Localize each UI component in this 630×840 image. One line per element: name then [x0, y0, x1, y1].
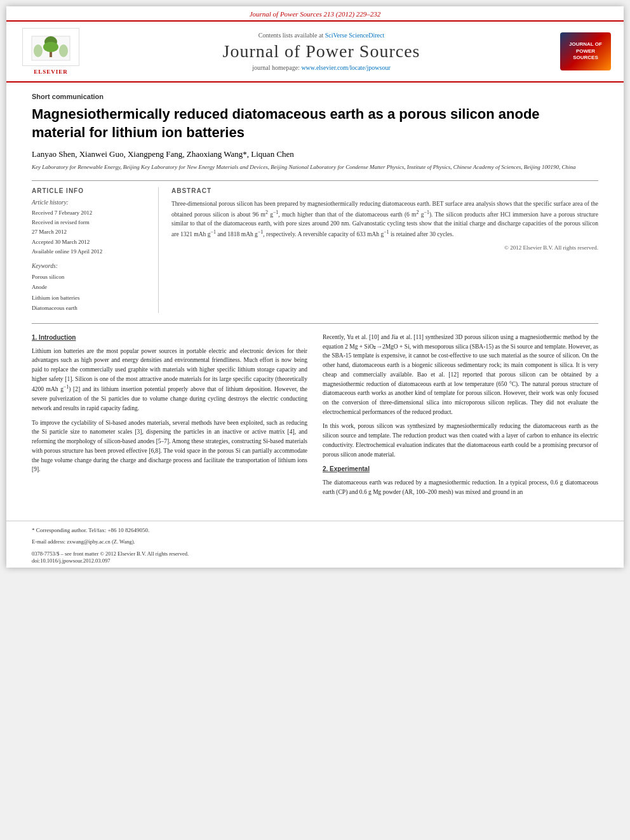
experimental-para-1: The diatomaceous earth was reduced by a …	[323, 478, 598, 497]
article-title: Magnesiothermically reduced diatomaceous…	[32, 105, 598, 142]
page-footer: * Corresponding author. Tel/fax: +86 10 …	[6, 521, 624, 568]
col-right: Recently, Yu et al. [10] and Jia et al. …	[323, 333, 598, 502]
article-dates: Received 7 February 2012 Received in rev…	[32, 208, 149, 257]
elsevier-logo: ELSEVIER	[19, 28, 83, 75]
journal-url[interactable]: www.elsevier.com/locate/jpowsour	[301, 64, 390, 71]
journal-title: Journal of Power Sources	[83, 41, 560, 62]
keywords-label: Keywords:	[32, 263, 149, 269]
authors: Lanyao Shen, Xianwei Guo, Xiangpeng Fang…	[32, 149, 598, 159]
keywords-list: Porous silicon Anode Lithium ion batteri…	[32, 272, 149, 313]
email-note: E-mail address: zxwang@iphy.ac.cn (Z. Wa…	[32, 538, 598, 546]
article-content: Short communication Magnesiothermically …	[6, 83, 624, 514]
page: Journal of Power Sources 213 (2012) 229–…	[6, 6, 624, 568]
body-divider	[32, 323, 598, 324]
journal-homepage: journal homepage: www.elsevier.com/locat…	[83, 64, 560, 71]
elsevier-brand-text: ELSEVIER	[34, 69, 68, 75]
experimental-heading: 2. Experimental	[323, 464, 598, 474]
elsevier-image	[22, 28, 79, 66]
intro-para-2: To improve the cyclability of Si-based a…	[32, 418, 307, 474]
two-col-body: 1. Introduction Lithium ion batteries ar…	[32, 333, 598, 502]
sciverse-line: Contents lists available at SciVerse Sci…	[83, 32, 560, 39]
intro-heading: 1. Introduction	[32, 333, 307, 343]
right-para-2: In this work, porous silicon was synthes…	[323, 422, 598, 459]
right-para-1: Recently, Yu et al. [10] and Jia et al. …	[323, 333, 598, 417]
svg-point-4	[43, 42, 58, 52]
corresponding-note: * Corresponding author. Tel/fax: +86 10 …	[32, 526, 598, 535]
col-left: 1. Introduction Lithium ion batteries ar…	[32, 333, 307, 502]
affiliation: Key Laboratory for Renewable Energy, Bei…	[32, 163, 598, 171]
abstract-section: ABSTRACT Three-dimensional porous silico…	[171, 187, 598, 313]
journal-citation: Journal of Power Sources 213 (2012) 229–…	[250, 10, 381, 18]
info-abstract-row: ARTICLE INFO Article history: Received 7…	[32, 180, 598, 313]
article-history-label: Article history:	[32, 199, 149, 206]
article-info: ARTICLE INFO Article history: Received 7…	[32, 187, 159, 313]
abstract-title: ABSTRACT	[171, 187, 598, 194]
journal-logo-right: JOURNAL OF POWER SOURCES	[560, 32, 611, 70]
article-type-label: Short communication	[32, 93, 598, 100]
journal-header: ELSEVIER Contents lists available at Sci…	[6, 22, 624, 83]
svg-point-1	[34, 44, 43, 57]
journal-center: Contents lists available at SciVerse Sci…	[83, 32, 560, 71]
issn-line: 0378-7753/$ – see front matter © 2012 El…	[32, 550, 598, 558]
svg-point-5	[59, 44, 68, 57]
abstract-text: Three-dimensional porous silicon has bee…	[171, 199, 598, 239]
doi-line: doi:10.1016/j.jpowsour.2012.03.097	[32, 557, 598, 564]
article-info-title: ARTICLE INFO	[32, 187, 149, 194]
sciverse-link[interactable]: SciVerse ScienceDirect	[325, 32, 385, 39]
copyright-line: © 2012 Elsevier B.V. All rights reserved…	[171, 244, 598, 251]
journal-top-bar: Journal of Power Sources 213 (2012) 229–…	[6, 6, 624, 22]
intro-para-1: Lithium ion batteries are the most popul…	[32, 347, 307, 413]
